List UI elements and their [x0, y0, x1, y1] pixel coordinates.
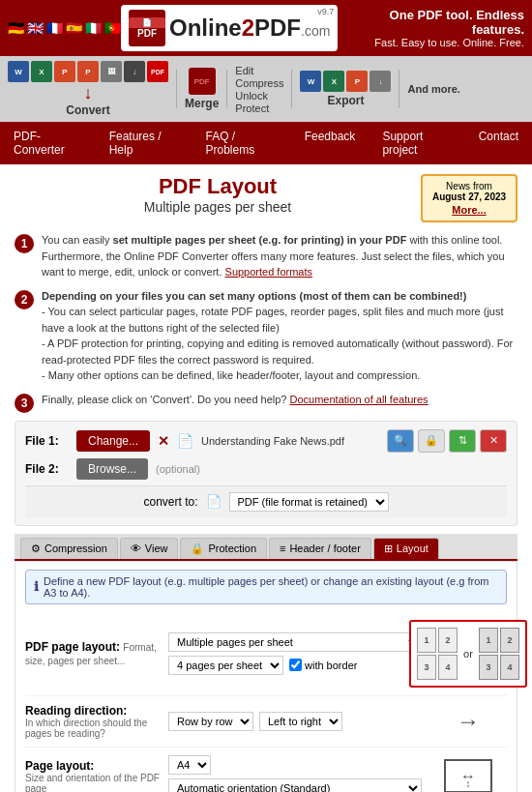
tab-header-footer[interactable]: ≡ Header / footer	[269, 538, 371, 559]
reading-preview: →	[429, 708, 507, 735]
compress-label[interactable]: Compress	[235, 77, 283, 89]
convert-to-row: convert to: 📄 PDF (file format is retain…	[25, 485, 507, 517]
pdf-badge: 📄 PDF	[129, 10, 165, 46]
page-3b: 3	[479, 655, 498, 680]
img-icon[interactable]: 🖼	[101, 61, 122, 82]
page-layout-label: Page layout:	[25, 759, 94, 773]
merge-label[interactable]: Merge	[185, 97, 219, 110]
flag-gb[interactable]: 🇬🇧	[27, 20, 44, 36]
pdf-icon-conv[interactable]: PDF	[147, 61, 168, 82]
convert-arrow: ↓	[84, 84, 93, 102]
file1-remove[interactable]: ✕	[158, 433, 169, 449]
orientation-select[interactable]: Automatic orientation (Standard)	[168, 778, 422, 793]
layout-select[interactable]: Multiple pages per sheet	[168, 632, 422, 652]
toolbar-swap[interactable]: ⇅	[449, 429, 476, 453]
flags: 🇩🇪 🇬🇧 🇫🇷 🇪🇸 🇮🇹 🇵🇹	[8, 20, 121, 36]
info-text: Define a new PDF layout (e.g. multiple p…	[44, 575, 498, 599]
tab-compression[interactable]: ⚙ Compression	[20, 538, 118, 559]
divider3	[291, 70, 292, 108]
export-w-icon[interactable]: W	[300, 71, 321, 92]
unlock-label[interactable]: Unlock	[235, 90, 283, 102]
convert-group: W X P P 🖼 ↓ PDF ↓ Convert	[8, 61, 168, 117]
andmore-label: And more.	[407, 83, 459, 95]
step-text-1: You can easily set multiple pages per sh…	[42, 232, 517, 280]
tab-view[interactable]: 👁 View	[120, 538, 179, 559]
file1-row: File 1: Change... ✕ 📄 Understanding Fake…	[25, 429, 507, 453]
convert-to-label: convert to:	[143, 495, 197, 509]
pdf-merge-icon[interactable]: PDF	[189, 68, 216, 95]
logo-text: Online2PDF.com	[169, 15, 330, 42]
logo: v9.7 📄 PDF Online2PDF.com	[121, 5, 338, 51]
reading-order-select[interactable]: Row by row	[168, 712, 253, 731]
export-p-icon[interactable]: P	[346, 71, 368, 92]
file1-label: File 1:	[25, 434, 69, 448]
toolbar-search[interactable]: 🔍	[387, 429, 414, 453]
step-text-2: Depending on your files you can set many…	[42, 288, 517, 384]
pdf-page-layout-label: PDF page layout:	[25, 640, 120, 654]
flag-fr[interactable]: 🇫🇷	[46, 20, 63, 36]
page-size-select[interactable]: A4	[168, 755, 211, 775]
version-badge: v9.7	[317, 7, 334, 16]
protect-label[interactable]: Protect	[235, 103, 283, 114]
flag-de[interactable]: 🇩🇪	[8, 20, 24, 36]
news-box: News from August 27, 2023 More...	[421, 174, 517, 222]
reading-arrow-icon: →	[457, 708, 480, 735]
pdf-page-layout-controls: Multiple pages per sheet 4 pages per she…	[168, 632, 422, 675]
or-separator: or	[463, 648, 473, 660]
nav-feedback[interactable]: Feedback	[291, 122, 369, 164]
ppt2-icon[interactable]: P	[77, 61, 99, 82]
export-g-icon[interactable]: ↓	[369, 71, 391, 92]
excel-icon[interactable]: X	[31, 61, 52, 82]
nav-contact[interactable]: Contact	[465, 122, 532, 164]
title-row: PDF Layout Multiple pages per sheet News…	[15, 174, 517, 222]
word-icon[interactable]: W	[8, 61, 29, 82]
toolbar-lock[interactable]: 🔒	[418, 429, 445, 453]
convert-label[interactable]: Convert	[66, 103, 109, 117]
step-1: 1 You can easily set multiple pages per …	[15, 232, 517, 280]
file1-pdf-icon: 📄	[177, 433, 193, 449]
dl-icon[interactable]: ↓	[124, 61, 145, 82]
file2-optional: (optional)	[156, 463, 200, 475]
page-1b: 1	[479, 628, 498, 653]
ppt-icon[interactable]: P	[54, 61, 75, 82]
page-title: PDF Layout	[15, 174, 421, 199]
flag-it[interactable]: 🇮🇹	[85, 20, 102, 36]
direction-select[interactable]: Left to right	[259, 712, 342, 731]
change-button[interactable]: Change...	[76, 430, 150, 452]
file2-row: File 2: Browse... (optional)	[25, 458, 507, 480]
protection-icon: 🔒	[191, 543, 204, 555]
title-area: PDF Layout Multiple pages per sheet	[15, 174, 421, 215]
with-border-checkbox[interactable]	[289, 659, 302, 671]
news-more-link[interactable]: More...	[430, 204, 508, 216]
tab-protection[interactable]: 🔒 Protection	[180, 538, 267, 559]
browse-button[interactable]: Browse...	[76, 458, 148, 480]
convert-to-select[interactable]: PDF (file format is retained)	[229, 492, 389, 512]
nav-pdf-converter[interactable]: PDF-Converter	[0, 122, 96, 164]
edit-label[interactable]: Edit	[235, 65, 283, 76]
flag-pt[interactable]: 🇵🇹	[104, 20, 121, 36]
page-3: 3	[417, 655, 436, 680]
nav-faq[interactable]: FAQ / Problems	[192, 122, 291, 164]
toolbar-remove[interactable]: ✕	[480, 429, 507, 453]
tab-layout[interactable]: ⊞ Layout	[373, 538, 439, 559]
flag-es[interactable]: 🇪🇸	[66, 20, 82, 36]
supported-formats-link[interactable]: Supported formats	[225, 266, 313, 278]
tagline-sub: Fast. Easy to use. Online. Free.	[338, 37, 524, 48]
step-num-1: 1	[15, 234, 34, 253]
pages-per-sheet-select[interactable]: 4 pages per sheet	[168, 656, 283, 675]
page-layout-preview: ↔ ↕	[429, 759, 507, 792]
step2-detail2: - A PDF protection for printing, copying…	[42, 337, 513, 366]
export-label[interactable]: Export	[327, 94, 364, 107]
divider1	[176, 70, 177, 108]
reading-direction-label-area: Reading direction: In which direction sh…	[25, 704, 161, 739]
file1-toolbar: 🔍 🔒 ⇅ ✕	[387, 429, 507, 453]
pdf-page-layout-label-area: PDF page layout: Format, size, pages per…	[25, 640, 161, 667]
tagline-main: One PDF tool. Endless features.	[338, 8, 524, 37]
layout-icon: ⊞	[384, 543, 393, 555]
edit-group: Edit Compress Unlock Protect	[235, 65, 283, 114]
doc-link[interactable]: Documentation of all features	[290, 394, 429, 405]
nav-features[interactable]: Features / Help	[96, 122, 192, 164]
export-e-icon[interactable]: X	[323, 71, 344, 92]
nav-support[interactable]: Support project	[369, 122, 464, 164]
divider4	[399, 70, 399, 108]
